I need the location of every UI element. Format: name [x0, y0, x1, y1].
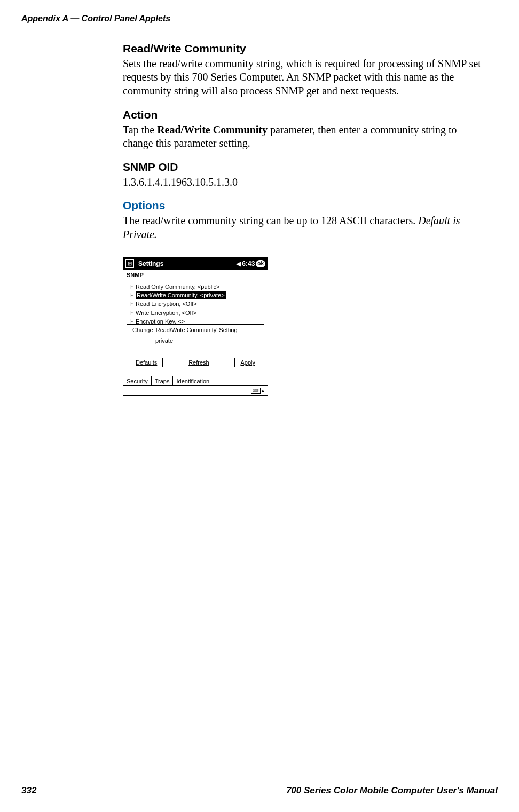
heading-snmp-oid: SNMP OID [123, 160, 487, 175]
running-header: Appendix A — Control Panel Applets [21, 14, 170, 23]
tree-item[interactable]: ⊦Encryption Key, <> [130, 317, 261, 325]
sip-up-icon[interactable]: ▴ [262, 388, 264, 394]
defaults-button[interactable]: Defaults [130, 358, 163, 367]
oid-value: 1.3.6.1.4.1.1963.10.5.1.3.0 [123, 176, 487, 190]
tab-traps[interactable]: Traps [152, 376, 174, 385]
action-text-pre: Tap the [123, 124, 157, 136]
paragraph-rw-description: Sets the read/write community string, wh… [123, 57, 487, 98]
tab-identification[interactable]: Identification [173, 376, 213, 385]
fieldset-legend: Change 'Read/Write Community' Setting [131, 326, 239, 334]
heading-rw-community: Read/Write Community [123, 42, 487, 56]
tree-item[interactable]: ⊦Write Encryption, <Off> [130, 309, 261, 317]
tree-item[interactable]: ⊦Read Only Community, <public> [130, 282, 261, 291]
action-bold-param: Read/Write Community [157, 124, 268, 136]
community-input[interactable]: private [153, 336, 227, 344]
paragraph-action: Tap the Read/Write Community parameter, … [123, 123, 487, 151]
pda-title: Settings [136, 260, 234, 268]
page-number: 332 [21, 785, 36, 796]
clock-time[interactable]: 6:43 [242, 260, 255, 268]
heading-options: Options [123, 199, 487, 213]
tab-row: Security Traps Identification [123, 375, 268, 385]
ok-button[interactable]: ok [256, 260, 265, 267]
panel-title: SNMP [123, 270, 268, 280]
tab-security[interactable]: Security [123, 376, 152, 385]
change-setting-fieldset: Change 'Read/Write Community' Setting pr… [127, 330, 264, 352]
refresh-button[interactable]: Refresh [183, 358, 215, 367]
sip-bar: ⌨ ▴ [123, 385, 268, 395]
pda-screenshot: ⊞ Settings ◀ 6:43 ok SNMP ⊦Read Only Com… [123, 257, 268, 396]
footer-right: 700 Series Color Mobile Computer User's … [286, 785, 498, 796]
apply-button[interactable]: Apply [234, 358, 261, 367]
volume-icon[interactable]: ◀ [236, 260, 241, 268]
tree-view[interactable]: ⊦Read Only Community, <public> ⊦Read/Wri… [127, 280, 264, 325]
paragraph-options: The read/write community string can be u… [123, 214, 487, 241]
start-icon[interactable]: ⊞ [125, 259, 134, 268]
heading-action: Action [123, 108, 487, 122]
button-row: Defaults Refresh Apply [123, 354, 268, 370]
pda-titlebar: ⊞ Settings ◀ 6:43 ok [123, 258, 268, 270]
tree-item-selected[interactable]: ⊦Read/Write Community, <private> [130, 291, 261, 299]
tree-item[interactable]: ⊦Read Encryption, <Off> [130, 299, 261, 308]
pda-titlebar-right: ◀ 6:43 ok [236, 260, 265, 268]
keyboard-icon[interactable]: ⌨ [251, 388, 261, 394]
options-text-pre: The read/write community string can be u… [123, 215, 418, 226]
